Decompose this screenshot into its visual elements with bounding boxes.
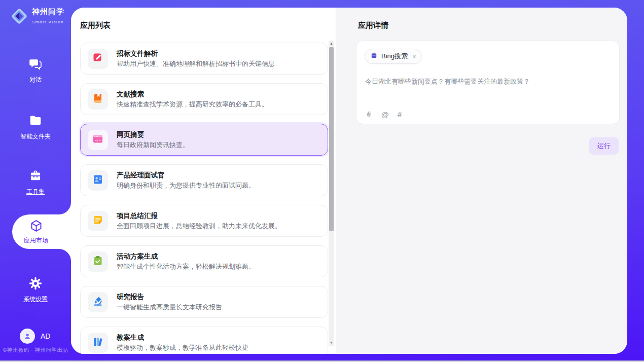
app-card-text: 项目总结汇报全面回顾项目进展，总结经验教训，助力未来优化发展。 — [117, 211, 281, 230]
user-account[interactable]: AD — [20, 329, 50, 344]
books-icon — [92, 336, 103, 349]
brand-logo: 神州问学 Smart Vision — [10, 7, 71, 26]
app-name: 项目总结汇报 — [117, 211, 281, 220]
brand-diamond-icon — [10, 7, 29, 26]
chat-icon — [28, 64, 43, 73]
sidebar-item-0[interactable]: 对话 — [0, 57, 71, 84]
app-description: 一键智能生成高质量长文本研究报告 — [117, 303, 222, 311]
hash-icon[interactable]: # — [398, 110, 402, 119]
app-description: 全面回顾项目进展，总结经验教训，助力未来优化发展。 — [117, 222, 281, 230]
app-list-scrollbar[interactable]: ▲ ▼ — [329, 41, 334, 346]
book-icon — [92, 93, 103, 106]
microscope-icon — [92, 296, 103, 309]
app-card-text: 文献搜索快速精准查找学术资源，提高研究效率的必备工具。 — [117, 90, 268, 108]
app-card-text: 产品经理面试官明确身份和职责，为您提供专业性的面试问题。 — [117, 171, 255, 190]
content-frame: 应用列表 招标文件解析帮助用户快速、准确地理解和解析招标书中的关键信息文献搜索快… — [71, 8, 627, 354]
scroll-up-icon[interactable]: ▲ — [329, 41, 334, 47]
app-description: 模板驱动，教案秒成，教学准备从此轻松快捷 — [117, 344, 248, 352]
app-description: 明确身份和职责，为您提供专业性的面试问题。 — [117, 182, 255, 190]
app-description: 智能生成个性化活动方案，轻松解决规划难题。 — [117, 263, 255, 271]
app-card-3[interactable]: 产品经理面试官明确身份和职责，为您提供专业性的面试问题。 — [80, 164, 328, 196]
app-icon-tile — [88, 49, 108, 69]
paperclip-icon[interactable] — [365, 110, 373, 119]
app-description: 快速精准查找学术资源，提高研究效率的必备工具。 — [117, 100, 268, 108]
app-icon-tile: </> — [88, 130, 108, 150]
active-nav-curve-top — [59, 202, 71, 214]
app-name: 活动方案生成 — [117, 252, 255, 261]
user-name: AD — [41, 332, 50, 340]
brand-name: 神州问学 — [32, 7, 64, 16]
person-doc-icon — [92, 174, 103, 187]
svg-text:</>: </> — [95, 138, 101, 142]
app-name: 文献搜索 — [117, 90, 268, 98]
app-name: 网页摘要 — [117, 130, 189, 139]
app-icon-tile — [88, 292, 108, 312]
sidebar-item-label: 系统设置 — [0, 295, 71, 304]
browser-code-icon: </> — [92, 133, 103, 147]
input-toolbar: @# — [365, 110, 402, 119]
app-icon-tile — [88, 170, 108, 191]
sidebar-item-2[interactable]: 工具集 — [0, 169, 71, 196]
query-text[interactable]: 今日湖北有哪些新闻要点？有哪些需要关注的最新政策？ — [365, 77, 612, 87]
app-card-4[interactable]: 项目总结汇报全面回顾项目进展，总结经验教训，助力未来优化发展。 — [80, 205, 328, 237]
app-card-5[interactable]: 活动方案生成智能生成个性化活动方案，轻松解决规划难题。 — [80, 245, 328, 277]
app-card-0[interactable]: 招标文件解析帮助用户快速、准确地理解和解析招标书中的关键信息 — [80, 43, 328, 75]
app-name: 招标文件解析 — [117, 49, 275, 58]
app-card-7[interactable]: 教案生成模板驱动，教案秒成，教学准备从此轻松快捷 — [80, 327, 328, 354]
app-icon-tile — [88, 211, 108, 231]
tool-chip-bing-search[interactable]: Bing搜索 × — [365, 49, 422, 64]
app-list-panel: 应用列表 招标文件解析帮助用户快速、准确地理解和解析招标书中的关键信息文献搜索快… — [71, 8, 336, 354]
toolbox-icon — [28, 176, 43, 185]
scrollbar-thumb[interactable] — [329, 47, 334, 231]
app-icon-tile — [88, 333, 108, 353]
app-name: 研究报告 — [117, 293, 222, 301]
app-name: 教案生成 — [117, 333, 248, 342]
sidebar-item-label: 工具集 — [0, 188, 71, 196]
sidebar: 神州问学 Smart Vision 对话智能文件夹工具集应用市场系统设置 AD … — [0, 0, 71, 362]
at-icon[interactable]: @ — [381, 110, 389, 119]
clipboard-check-icon — [92, 255, 103, 268]
sidebar-item-label: 应用市场 — [24, 236, 48, 245]
app-card-text: 网页摘要每日政府新闻资讯快查。 — [117, 130, 189, 149]
app-card-1[interactable]: 文献搜索快速精准查找学术资源，提高研究效率的必备工具。 — [80, 83, 328, 115]
avatar[interactable] — [20, 329, 35, 344]
sidebar-item-label: 智能文件夹 — [0, 132, 71, 141]
app-card-2-selected[interactable]: </>网页摘要每日政府新闻资讯快查。 — [80, 124, 328, 156]
active-nav-curve-bottom — [59, 249, 71, 261]
scroll-down-icon[interactable]: ▼ — [329, 340, 334, 346]
app-list-title: 应用列表 — [80, 21, 336, 30]
app-icon-tile — [88, 89, 108, 110]
copyright-footer: ©神州数码 · 神州问学出品 — [0, 347, 71, 354]
app-name: 产品经理面试官 — [117, 171, 255, 179]
app-description: 每日政府新闻资讯快查。 — [117, 141, 189, 149]
app-card-text: 招标文件解析帮助用户快速、准确地理解和解析招标书中的关键信息 — [117, 49, 275, 68]
app-card-text: 活动方案生成智能生成个性化活动方案，轻松解决规划难题。 — [117, 252, 255, 271]
app-detail-title: 应用详情 — [358, 21, 388, 30]
cube-icon — [29, 219, 43, 235]
tool-chip-label: Bing搜索 — [381, 52, 408, 61]
app-icon-tile — [88, 251, 108, 272]
app-card-6[interactable]: 研究报告一键智能生成高质量长文本研究报告 — [80, 286, 328, 318]
gear-icon — [28, 283, 43, 292]
sidebar-item-4[interactable]: 系统设置 — [0, 276, 71, 304]
sidebar-item-1[interactable]: 智能文件夹 — [0, 114, 71, 141]
prompt-input-card[interactable]: Bing搜索 × 今日湖北有哪些新闻要点？有哪些需要关注的最新政策？ @# — [356, 41, 620, 124]
app-cards: 招标文件解析帮助用户快速、准确地理解和解析招标书中的关键信息文献搜索快速精准查找… — [80, 43, 328, 354]
app-description: 帮助用户快速、准确地理解和解析招标书中的关键信息 — [117, 60, 275, 68]
app-card-text: 研究报告一键智能生成高质量长文本研究报告 — [117, 293, 222, 311]
sidebar-item-label: 对话 — [0, 76, 71, 84]
app-root: { "sidebar": { "brand": {"name": "神州问学",… — [0, 0, 644, 362]
run-button[interactable]: 运行 — [589, 137, 619, 155]
folder-icon — [28, 121, 43, 129]
app-card-text: 教案生成模板驱动，教案秒成，教学准备从此轻松快捷 — [117, 333, 248, 352]
sidebar-item-3-active[interactable]: 应用市场 — [12, 214, 71, 249]
brand-subtitle: Smart Vision — [32, 20, 64, 24]
app-detail-panel: 应用详情 Bing搜索 × 今日湖北有哪些新闻要点？有哪些需要关注的最新政策？ … — [336, 8, 627, 354]
doc-edit-icon — [92, 52, 103, 65]
note-icon — [92, 214, 103, 228]
briefcase-icon — [370, 52, 378, 61]
chip-close-icon[interactable]: × — [412, 53, 416, 60]
